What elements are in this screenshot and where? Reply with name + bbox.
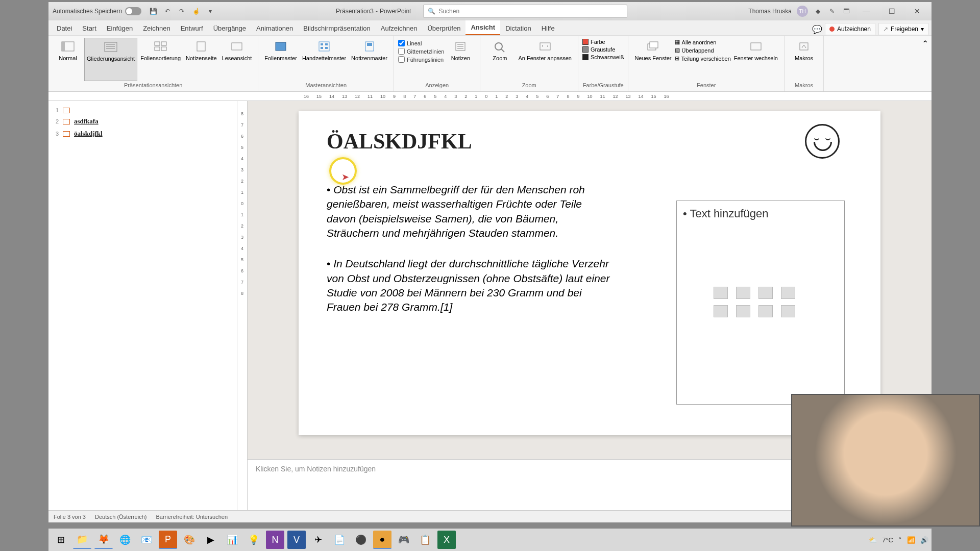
tab-bildschirmpraesentation[interactable]: Bildschirmpräsentation bbox=[298, 21, 376, 35]
insert-table-icon[interactable] bbox=[714, 287, 728, 299]
grayscale-view-button[interactable]: Graustufe bbox=[582, 46, 624, 53]
more-icon[interactable]: ▾ bbox=[206, 7, 215, 16]
fit-window-button[interactable]: An Fenster anpassen bbox=[516, 38, 574, 81]
telegram-icon[interactable]: ✈ bbox=[309, 531, 327, 549]
window-icon[interactable]: 🗔 bbox=[842, 7, 851, 16]
macros-button[interactable]: Makros bbox=[789, 38, 819, 81]
arrange-all-button[interactable]: ▦Alle anordnen bbox=[675, 39, 731, 45]
color-view-button[interactable]: Farbe bbox=[582, 39, 624, 45]
tab-ueberpruefen[interactable]: Überprüfen bbox=[422, 21, 465, 35]
notes-page-button[interactable]: Notizenseite bbox=[184, 38, 219, 81]
pen-icon[interactable]: ✎ bbox=[827, 7, 837, 16]
autosave-toggle[interactable] bbox=[125, 7, 141, 15]
outline-pane[interactable]: 1 2asdfkafa 3öalskdjfkl bbox=[48, 101, 237, 510]
powerpoint-icon[interactable]: P bbox=[159, 531, 177, 549]
onenote-icon[interactable]: N bbox=[266, 531, 284, 549]
diamond-icon[interactable]: ◆ bbox=[813, 7, 822, 16]
tab-start[interactable]: Start bbox=[77, 21, 101, 35]
insert-chart-icon[interactable] bbox=[736, 287, 750, 299]
search-box[interactable]: 🔍 bbox=[423, 5, 627, 18]
discord-icon[interactable]: 🎮 bbox=[395, 531, 413, 549]
outlook-icon[interactable]: 📧 bbox=[137, 531, 156, 549]
switch-window-button[interactable]: Fenster wechseln bbox=[732, 38, 780, 81]
zoom-button[interactable]: Zoom bbox=[484, 38, 515, 81]
slide-sorter-button[interactable]: Foliensortierung bbox=[138, 38, 183, 81]
touch-icon[interactable]: ☝ bbox=[191, 7, 201, 16]
bullet-1[interactable]: Obst ist ein Sammelbegriff der für den M… bbox=[327, 183, 612, 240]
temperature: 7°C bbox=[882, 536, 893, 544]
outline-item-3[interactable]: 3öalskdjfkl bbox=[53, 128, 233, 140]
chrome-icon[interactable]: 🌐 bbox=[116, 531, 134, 549]
insert-3d-icon[interactable] bbox=[781, 287, 795, 299]
notes-toggle-button[interactable]: Notizen bbox=[445, 38, 476, 81]
content-placeholder[interactable]: • Text hinzufügen bbox=[676, 201, 845, 405]
weather-icon[interactable]: ⛅ bbox=[869, 536, 877, 544]
minimize-button[interactable]: — bbox=[856, 4, 876, 18]
insert-icon-icon[interactable] bbox=[781, 305, 795, 317]
redo-icon[interactable]: ↷ bbox=[177, 7, 186, 16]
tab-ansicht[interactable]: Ansicht bbox=[465, 20, 500, 35]
guides-checkbox[interactable]: Führungslinien bbox=[398, 56, 444, 63]
tray-chevron-icon[interactable]: ˄ bbox=[898, 536, 902, 544]
tab-hilfe[interactable]: Hilfe bbox=[536, 21, 560, 35]
reading-view-button[interactable]: Leseansicht bbox=[220, 38, 254, 81]
notes-master-button[interactable]: Notizenmaster bbox=[349, 38, 389, 81]
slide-body[interactable]: Obst ist ein Sammelbegriff der für den M… bbox=[327, 183, 612, 315]
tab-zeichnen[interactable]: Zeichnen bbox=[138, 21, 175, 35]
tab-aufzeichnen[interactable]: Aufzeichnen bbox=[376, 21, 423, 35]
save-icon[interactable]: 💾 bbox=[149, 7, 158, 16]
bw-view-button[interactable]: Schwarzweiß bbox=[582, 54, 624, 60]
tab-entwurf[interactable]: Entwurf bbox=[176, 21, 208, 35]
outline-view-button[interactable]: Gliederungsansicht bbox=[84, 38, 137, 81]
ruler-checkbox[interactable]: Lineal bbox=[398, 40, 444, 46]
maximize-button[interactable]: ☐ bbox=[881, 4, 902, 18]
tab-animationen[interactable]: Animationen bbox=[251, 21, 298, 35]
cascade-button[interactable]: ▧Überlappend bbox=[675, 47, 731, 54]
handout-master-button[interactable]: Handzettelmaster bbox=[300, 38, 348, 81]
search-input[interactable] bbox=[438, 8, 623, 15]
bullet-2[interactable]: In Deutschland liegt der durchschnittlic… bbox=[327, 257, 612, 314]
sound-icon[interactable]: 🔊 bbox=[920, 536, 928, 544]
insert-video-icon[interactable] bbox=[758, 305, 773, 317]
gridlines-checkbox[interactable]: Gitternetzlinien bbox=[398, 48, 444, 55]
tab-dictation[interactable]: Dictation bbox=[500, 21, 536, 35]
network-icon[interactable]: 📶 bbox=[907, 536, 915, 544]
comments-icon[interactable]: 💬 bbox=[813, 24, 822, 34]
app-icon-3[interactable]: 💡 bbox=[244, 531, 263, 549]
insert-smartart-icon[interactable] bbox=[758, 287, 773, 299]
app-icon-2[interactable]: 📊 bbox=[223, 531, 241, 549]
app-icon-4[interactable]: 📄 bbox=[330, 531, 349, 549]
slide[interactable]: ÖALSKDJFKL ➤ Obst ist ein Sammelbegriff … bbox=[299, 111, 880, 435]
close-button[interactable]: ✕ bbox=[907, 4, 927, 18]
explorer-icon[interactable]: 📁 bbox=[73, 531, 91, 549]
tab-datei[interactable]: Datei bbox=[52, 21, 77, 35]
obs-icon[interactable]: ⚫ bbox=[352, 531, 370, 549]
tab-uebergaenge[interactable]: Übergänge bbox=[208, 21, 251, 35]
app-icon-1[interactable]: 🎨 bbox=[180, 531, 199, 549]
app-icon-5[interactable]: ● bbox=[373, 531, 391, 549]
firefox-icon[interactable]: 🦊 bbox=[94, 531, 113, 549]
slide-master-button[interactable]: Folienmaster bbox=[262, 38, 299, 81]
new-window-button[interactable]: Neues Fenster bbox=[632, 38, 673, 81]
smiley-icon[interactable] bbox=[805, 124, 840, 159]
share-button[interactable]: ↗Freigeben ▾ bbox=[878, 23, 928, 35]
record-button[interactable]: Aufzeichnen bbox=[825, 23, 875, 35]
outline-item-2[interactable]: 2asdfkafa bbox=[53, 115, 233, 128]
tab-einfuegen[interactable]: Einfügen bbox=[102, 21, 138, 35]
start-button[interactable]: ⊞ bbox=[52, 531, 70, 549]
excel-icon[interactable]: X bbox=[437, 531, 456, 549]
move-split-button[interactable]: ⊞Teilung verschieben bbox=[675, 55, 731, 62]
language-status[interactable]: Deutsch (Österreich) bbox=[95, 514, 146, 520]
normal-view-button[interactable]: Normal bbox=[53, 38, 83, 81]
outline-item-1[interactable]: 1 bbox=[53, 105, 233, 115]
slide-title[interactable]: ÖALSKDJFKL bbox=[327, 129, 852, 155]
collapse-ribbon-icon[interactable]: ⌃ bbox=[919, 36, 932, 91]
undo-icon[interactable]: ↶ bbox=[163, 7, 172, 16]
accessibility-status[interactable]: Barrierefreiheit: Untersuchen bbox=[156, 514, 228, 520]
app-icon-6[interactable]: 📋 bbox=[416, 531, 434, 549]
vlc-icon[interactable]: ▶ bbox=[202, 531, 220, 549]
user-avatar[interactable]: TH bbox=[797, 6, 808, 17]
visio-icon[interactable]: V bbox=[287, 531, 306, 549]
insert-online-picture-icon[interactable] bbox=[736, 305, 750, 317]
insert-picture-icon[interactable] bbox=[714, 305, 728, 317]
